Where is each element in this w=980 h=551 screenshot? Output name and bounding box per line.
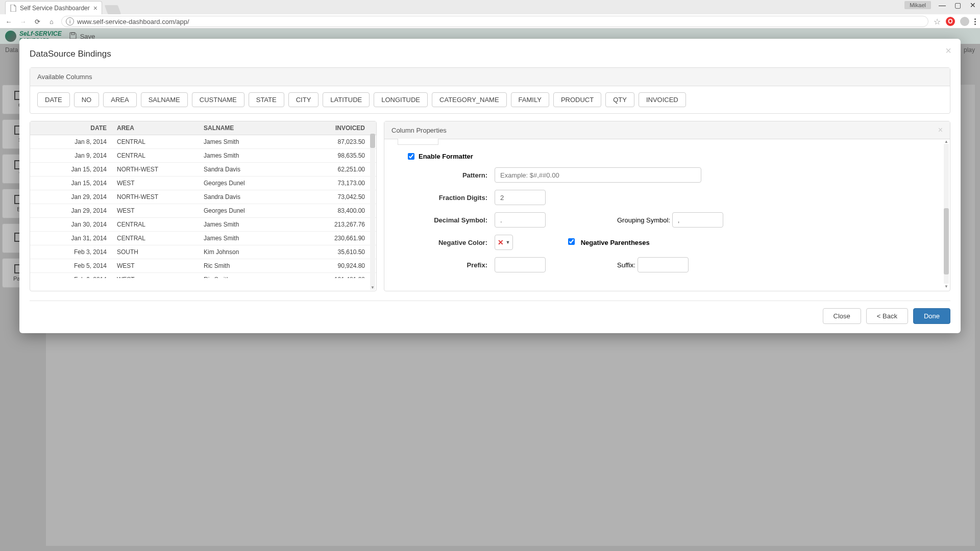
cell-invoiced: 230,661.90 xyxy=(288,232,376,245)
cell-area: CENTRAL xyxy=(112,232,199,245)
modal-close-icon[interactable]: × xyxy=(945,45,951,57)
fraction-digits-input[interactable] xyxy=(495,190,546,205)
cell-salname: James Smith xyxy=(199,232,288,245)
column-pill[interactable]: CUSTNAME xyxy=(192,92,244,107)
cell-date: Feb 6, 2014 xyxy=(30,273,112,278)
scroll-down-icon[interactable]: ▼ xyxy=(370,285,375,290)
props-scrollbar-thumb[interactable] xyxy=(944,208,949,274)
datasource-bindings-modal: DataSource Bindings × Available Columns … xyxy=(19,39,961,333)
cell-date: Feb 3, 2014 xyxy=(30,245,112,259)
chevron-down-icon: ▼ xyxy=(506,240,510,245)
cell-salname: Georges Dunel xyxy=(199,204,288,217)
decimal-symbol-label: Decimal Symbol: xyxy=(398,216,495,224)
cell-salname: Georges Dunel xyxy=(199,177,288,190)
table-row[interactable]: Jan 29, 2014WESTGeorges Dunel83,400.00 xyxy=(30,204,376,218)
table-row[interactable]: Jan 30, 2014CENTRALJames Smith213,267.76 xyxy=(30,218,376,232)
cell-salname: Sandra Davis xyxy=(199,190,288,204)
cell-invoiced: 98,635.50 xyxy=(288,149,376,162)
column-pill[interactable]: FAMILY xyxy=(511,92,549,107)
prefix-label: Prefix: xyxy=(398,261,495,269)
cell-invoiced: 87,023.50 xyxy=(288,135,376,148)
preview-table: DATE AREA SALNAME INVOICED Jan 8, 2014CE… xyxy=(30,121,377,291)
table-row[interactable]: Feb 6, 2014WESTRic Smith101,481.20 xyxy=(30,273,376,278)
decimal-symbol-input[interactable] xyxy=(495,212,546,228)
column-pill[interactable]: STATE xyxy=(249,92,284,107)
cell-area: WEST xyxy=(112,273,199,278)
enable-formatter-label: Enable Formatter xyxy=(419,153,473,160)
col-header-area[interactable]: AREA xyxy=(112,121,199,135)
col-header-invoiced[interactable]: INVOICED xyxy=(288,121,376,135)
suffix-input[interactable] xyxy=(638,257,689,272)
column-pill[interactable]: DATE xyxy=(37,92,70,107)
props-scroll-down-icon[interactable]: ▼ xyxy=(944,284,949,289)
cell-area: CENTRAL xyxy=(112,218,199,231)
column-pill[interactable]: QTY xyxy=(605,92,634,107)
column-pill[interactable]: INVOICED xyxy=(639,92,686,107)
column-pill[interactable]: SALNAME xyxy=(141,92,188,107)
negative-color-dropdown[interactable]: ✕ ▼ xyxy=(495,235,513,250)
column-properties-panel: Column Properties × Enable Formatter Pat… xyxy=(384,121,950,291)
cell-invoiced: 90,924.80 xyxy=(288,259,376,272)
available-columns-list: DATENOAREASALNAMECUSTNAMESTATECITYLATITU… xyxy=(30,86,950,113)
table-row[interactable]: Feb 5, 2014WESTRic Smith90,924.80 xyxy=(30,259,376,273)
col-header-salname[interactable]: SALNAME xyxy=(199,121,288,135)
column-pill[interactable]: LONGITUDE xyxy=(374,92,428,107)
cell-area: WEST xyxy=(112,177,199,190)
close-button[interactable]: Close xyxy=(823,308,861,324)
column-pill[interactable]: CITY xyxy=(288,92,319,107)
cell-date: Jan 29, 2014 xyxy=(30,204,112,217)
cell-invoiced: 213,267.76 xyxy=(288,218,376,231)
back-button[interactable]: < Back xyxy=(866,308,908,324)
cell-area: SOUTH xyxy=(112,245,199,259)
prefix-input[interactable] xyxy=(495,257,546,272)
table-row[interactable]: Jan 29, 2014NORTH-WESTSandra Davis73,042… xyxy=(30,190,376,204)
cell-date: Jan 31, 2014 xyxy=(30,232,112,245)
table-row[interactable]: Jan 31, 2014CENTRALJames Smith230,661.90 xyxy=(30,232,376,245)
cell-invoiced: 83,400.00 xyxy=(288,204,376,217)
enable-formatter-checkbox[interactable] xyxy=(408,153,414,160)
cell-invoiced: 35,610.50 xyxy=(288,245,376,259)
x-red-icon: ✕ xyxy=(498,238,504,246)
column-properties-close-icon[interactable]: × xyxy=(938,126,943,135)
cell-salname: James Smith xyxy=(199,149,288,162)
cell-area: NORTH-WEST xyxy=(112,163,199,176)
modal-title: DataSource Bindings xyxy=(30,49,950,59)
cell-area: WEST xyxy=(112,259,199,272)
cell-date: Jan 8, 2014 xyxy=(30,135,112,148)
done-button[interactable]: Done xyxy=(913,308,950,324)
props-scrollbar-track[interactable] xyxy=(944,144,949,284)
cell-invoiced: 62,251.00 xyxy=(288,163,376,176)
table-row[interactable]: Jan 15, 2014WESTGeorges Dunel73,173.00 xyxy=(30,177,376,190)
cell-salname: Ric Smith xyxy=(199,259,288,272)
table-row[interactable]: Feb 3, 2014SOUTHKim Johnson35,610.50 xyxy=(30,245,376,259)
column-pill[interactable]: PRODUCT xyxy=(553,92,601,107)
column-properties-header: Column Properties × xyxy=(384,121,950,139)
table-body: Jan 8, 2014CENTRALJames Smith87,023.50Ja… xyxy=(30,135,376,278)
fraction-digits-label: Fraction Digits: xyxy=(398,194,495,202)
modal-backdrop: DataSource Bindings × Available Columns … xyxy=(0,0,980,551)
grouping-symbol-input[interactable] xyxy=(672,212,723,228)
props-scroll-up-icon[interactable]: ▲ xyxy=(944,139,949,144)
cell-salname: Kim Johnson xyxy=(199,245,288,259)
available-columns-panel: Available Columns DATENOAREASALNAMECUSTN… xyxy=(30,67,950,114)
table-row[interactable]: Jan 15, 2014NORTH-WESTSandra Davis62,251… xyxy=(30,163,376,177)
column-pill[interactable]: NO xyxy=(74,92,100,107)
scrollbar-track[interactable] xyxy=(370,134,375,290)
column-pill[interactable]: CATEGORY_NAME xyxy=(432,92,507,107)
column-pill[interactable]: LATITUDE xyxy=(323,92,370,107)
negative-color-label: Negative Color: xyxy=(398,239,495,246)
cell-salname: James Smith xyxy=(199,218,288,231)
table-row[interactable]: Jan 9, 2014CENTRALJames Smith98,635.50 xyxy=(30,149,376,163)
pattern-input[interactable] xyxy=(495,167,701,183)
scrollbar-thumb[interactable] xyxy=(370,134,375,148)
grouping-symbol-label: Grouping Symbol: xyxy=(617,216,670,224)
properties-tab-stub[interactable] xyxy=(398,139,438,145)
col-header-date[interactable]: DATE xyxy=(30,121,112,135)
cell-invoiced: 101,481.20 xyxy=(288,273,376,278)
negative-parentheses-label: Negative Parentheses xyxy=(581,239,650,246)
column-pill[interactable]: AREA xyxy=(103,92,136,107)
negative-parentheses-checkbox[interactable] xyxy=(568,238,575,245)
table-row[interactable]: Jan 8, 2014CENTRALJames Smith87,023.50 xyxy=(30,135,376,149)
cell-date: Jan 30, 2014 xyxy=(30,218,112,231)
table-header-row: DATE AREA SALNAME INVOICED xyxy=(30,121,376,135)
